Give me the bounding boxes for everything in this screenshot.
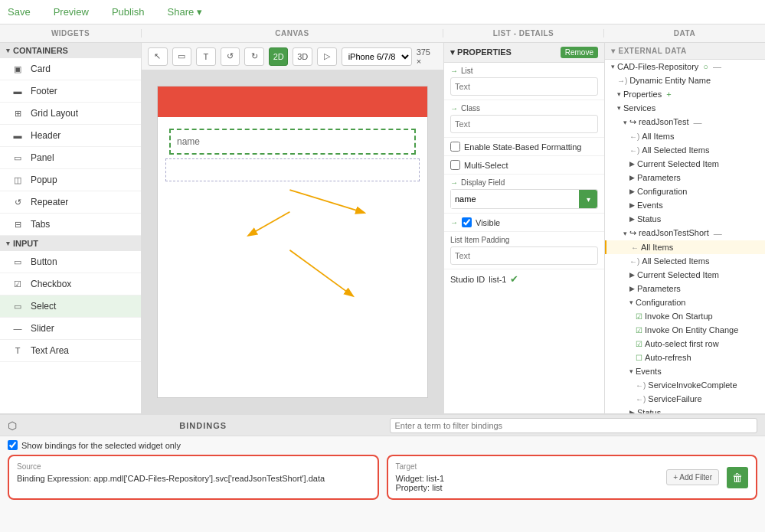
sidebar: ▾ CONTAINERS ▣ Card ▬ Footer ⊞ Grid Layo… — [0, 43, 142, 413]
sidebar-item-select[interactable]: ▭ Select — [0, 295, 141, 318]
sidebar-item-header[interactable]: ▬ Header — [0, 125, 141, 147]
class-prop-label: → Class — [450, 104, 598, 113]
publish-button[interactable]: Publish — [112, 6, 145, 18]
sidebar-item-card[interactable]: ▣ Card — [0, 58, 141, 80]
preview-button[interactable]: Preview — [54, 6, 89, 18]
parameters-label-1: Parameters — [637, 173, 681, 182]
entity-name-label: Dynamic Entity Name — [629, 76, 711, 85]
delete-binding-button[interactable]: 🗑 — [727, 467, 748, 488]
status-label-2: Status — [637, 408, 661, 413]
padding-label: List Item Padding — [450, 236, 598, 244]
sidebar-item-button[interactable]: ▭ Button — [0, 251, 141, 273]
canvas-toolbar: ↖ ▭ T ↺ ↻ 2D 3D ▷ iPhone 6/7/8 375 × — [142, 43, 443, 70]
binding-source: Source Binding Expression: app.mdl['CAD-… — [8, 455, 379, 500]
show-selected-checkbox[interactable] — [8, 440, 18, 450]
visible-checkbox[interactable] — [462, 217, 472, 227]
popup-label: Popup — [31, 175, 57, 185]
data-tree-auto-refresh[interactable]: ☐ Auto-refresh — [605, 351, 765, 364]
text-tool[interactable]: T — [196, 47, 216, 66]
data-tree-all-items-1[interactable]: ←) All Items — [605, 129, 765, 143]
data-tree-current-selected-1[interactable]: ▶ Current Selected Item — [605, 157, 765, 171]
data-tree-invoke-entity[interactable]: ☑ Invoke On Entity Change — [605, 323, 765, 337]
data-tree-services[interactable]: ▾ Services — [605, 101, 765, 115]
display-field-dropdown[interactable]: ▾ — [579, 190, 597, 208]
mode-2d-button[interactable]: 2D — [269, 47, 289, 66]
cursor-tool[interactable]: ↖ — [148, 47, 168, 66]
sidebar-item-footer[interactable]: ▬ Footer — [0, 80, 141, 103]
preview-icon[interactable]: ▷ — [317, 47, 337, 66]
data-tree-parameters-1[interactable]: ▶ Parameters — [605, 171, 765, 184]
save-button[interactable]: Save — [8, 6, 31, 18]
events-chevron-2: ▾ — [629, 367, 633, 375]
all-selected-arrow-2: ←) — [629, 257, 639, 266]
sidebar-item-grid-layout[interactable]: ⊞ Grid Layout — [0, 103, 141, 125]
redo-button[interactable]: ↻ — [244, 47, 264, 66]
properties-header: ▾ PROPERTIES Remove — [444, 43, 604, 63]
data-tree-all-selected-2[interactable]: ←) All Selected Items — [605, 254, 765, 268]
data-tree-readjsontest[interactable]: ▾ ↪ readJsonTest — — [605, 115, 765, 129]
sidebar-item-popup[interactable]: ◫ Popup — [0, 169, 141, 191]
padding-input[interactable] — [450, 246, 598, 265]
all-items-label-1: All Items — [642, 132, 674, 141]
bindings-search[interactable] — [390, 418, 758, 433]
sidebar-item-checkbox[interactable]: ☑ Checkbox — [0, 273, 141, 295]
sidebar-item-repeater[interactable]: ↺ Repeater — [0, 191, 141, 214]
studio-id-row: Studio ID list-1 ✔ — [444, 269, 604, 289]
mode-3d-button[interactable]: 3D — [293, 47, 312, 66]
service-complete-arrow: ←) — [636, 381, 646, 390]
display-field-arrow: → — [450, 178, 458, 187]
configuration-chevron-2: ▾ — [629, 299, 633, 306]
data-tree-cad-repo[interactable]: ▾ CAD-Files-Repository ○ — — [605, 60, 765, 73]
auto-select-label: Auto-select first row — [645, 339, 719, 348]
share-button[interactable]: Share ▾ — [168, 6, 202, 18]
phone-list-item-name[interactable]: name — [169, 129, 416, 155]
data-tree-invoke-startup[interactable]: ☑ Invoke On Startup — [605, 309, 765, 323]
slider-label: Slider — [31, 323, 54, 334]
data-tree-status-1[interactable]: ▶ Status — [605, 212, 765, 226]
sidebar-item-panel[interactable]: ▭ Panel — [0, 147, 141, 169]
device-select[interactable]: iPhone 6/7/8 — [342, 47, 412, 66]
data-tree-readjsontestshort[interactable]: ▾ ↪ readJsonTestShort — — [605, 226, 765, 240]
list-input[interactable] — [450, 77, 598, 96]
data-tree-all-items-2[interactable]: ← All Items — [605, 240, 765, 254]
multi-select-checkbox[interactable] — [450, 160, 460, 170]
studio-id-badge: ✔ — [510, 273, 518, 285]
display-field-input[interactable] — [451, 190, 579, 208]
data-tree-parameters-2[interactable]: ▶ Parameters — [605, 282, 765, 295]
phone-list-item-empty[interactable] — [165, 158, 420, 181]
checkbox-label: Checkbox — [31, 279, 71, 289]
auto-refresh-check: ☐ — [636, 354, 642, 362]
add-filter-button[interactable]: + Add Filter — [666, 469, 719, 485]
parameters-chevron-2: ▶ — [629, 285, 635, 292]
services-chevron: ▾ — [617, 104, 621, 112]
data-tree-auto-select[interactable]: ☑ Auto-select first row — [605, 337, 765, 351]
input-header: ▾ INPUT — [0, 236, 141, 251]
input-chevron: ▾ — [6, 240, 10, 247]
data-tree-current-selected-2[interactable]: ▶ Current Selected Item — [605, 268, 765, 282]
service-failure-arrow: ←) — [636, 395, 646, 403]
data-tree-entity-name[interactable]: →) Dynamic Entity Name — [605, 73, 765, 87]
sidebar-item-tabs[interactable]: ⊟ Tabs — [0, 214, 141, 236]
rect-tool[interactable]: ▭ — [172, 47, 192, 66]
properties-tree-label: Properties — [623, 90, 662, 99]
undo-button[interactable]: ↺ — [221, 47, 240, 66]
sidebar-item-slider[interactable]: — Slider — [0, 318, 141, 340]
data-tree-events-2[interactable]: ▾ Events — [605, 364, 765, 378]
data-tree-properties[interactable]: ▾ Properties + — [605, 87, 765, 101]
data-tree-configuration-2[interactable]: ▾ Configuration — [605, 295, 765, 309]
top-toolbar: Save Preview Publish Share ▾ — [0, 0, 765, 24]
sidebar-item-textarea[interactable]: T Text Area — [0, 340, 141, 362]
data-tree-all-selected-1[interactable]: ←) All Selected Items — [605, 143, 765, 157]
remove-button[interactable]: Remove — [561, 47, 598, 58]
configuration-chevron-1: ▶ — [629, 188, 635, 195]
data-tree-events-1[interactable]: ▶ Events — [605, 198, 765, 212]
list-prop-row: → List — [444, 63, 604, 100]
data-tree-service-complete[interactable]: ←) ServiceInvokeComplete — [605, 378, 765, 392]
data-tree-configuration-1[interactable]: ▶ Configuration — [605, 184, 765, 198]
class-input[interactable] — [450, 115, 598, 133]
data-tree-status-2[interactable]: ▶ Status — [605, 406, 765, 413]
data-panel-chevron: ▾ — [611, 47, 616, 55]
state-formatting-checkbox[interactable] — [450, 142, 460, 152]
display-field-select-container: ▾ — [450, 189, 598, 209]
data-tree-service-failure[interactable]: ←) ServiceFailure — [605, 392, 765, 406]
